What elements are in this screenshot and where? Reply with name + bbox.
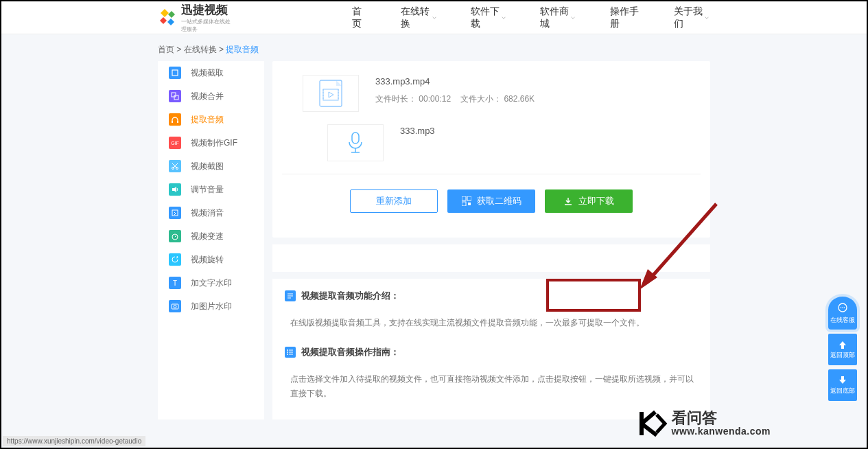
info-section: 视频提取音频功能介绍： 在线版视频提取音频工具，支持在线实现主流视频文件提取音频… (272, 279, 710, 419)
svg-point-51 (287, 354, 288, 355)
sidebar-item-volume[interactable]: 调节音量 (158, 178, 264, 201)
download-button[interactable]: 立即下载 (545, 189, 633, 213)
text-icon: T (169, 277, 181, 289)
top-nav: 首页 在线转换 软件下载 软件商城 操作手册 关于我们 (352, 5, 709, 30)
float-top-button[interactable]: 返回顶部 (828, 334, 857, 365)
crop-icon (169, 67, 181, 79)
breadcrumb-home[interactable]: 首页 (158, 45, 174, 54)
svg-rect-10 (172, 121, 173, 123)
output-file-name: 333.mp3 (400, 126, 435, 136)
logo[interactable]: 迅捷视频 一站式多媒体在线处理服务 (159, 2, 235, 33)
doc-icon (285, 290, 296, 301)
input-file-row: 333.mp3.mp4 文件时长： 00:00:12 文件大小： 682.66K (303, 75, 701, 112)
rotate-icon (169, 253, 181, 266)
qr-icon (462, 196, 471, 206)
svg-rect-20 (169, 230, 181, 242)
video-file-icon (303, 75, 359, 112)
sidebar-item-image-watermark[interactable]: 加图片水印 (158, 295, 264, 318)
svg-point-53 (841, 307, 842, 308)
svg-rect-36 (467, 196, 471, 200)
scissor-icon (169, 160, 181, 172)
svg-point-55 (844, 307, 845, 308)
info-intro-title: 视频提取音频功能介绍： (285, 290, 698, 302)
svg-rect-37 (462, 202, 466, 206)
headphone-icon (169, 113, 181, 126)
top-header: 迅捷视频 一站式多媒体在线处理服务 首页 在线转换 软件下载 软件商城 操作手册… (1, 1, 867, 34)
nav-store[interactable]: 软件商城 (540, 5, 575, 30)
action-row: 重新添加 获取二维码 立即下载 (282, 189, 701, 231)
svg-text:T: T (173, 279, 177, 287)
watermark-url: www.kanwenda.com (672, 426, 771, 437)
info-guide-body: 点击选择文件加入待提取的视频文件，也可直接拖动视频文件添加，点击提取按钮，一键提… (285, 365, 698, 408)
site-watermark: 看问答 www.kanwenda.com (636, 408, 771, 439)
nav-convert[interactable]: 在线转换 (401, 5, 436, 30)
side-float: 在线客服 返回顶部 返回底部 (828, 297, 857, 401)
speed-icon (169, 230, 181, 242)
svg-rect-25 (169, 300, 181, 312)
svg-marker-0 (161, 9, 169, 17)
logo-text: 迅捷视频 (181, 3, 228, 16)
nav-manual[interactable]: 操作手册 (610, 5, 640, 30)
breadcrumb-current: 提取音频 (226, 45, 259, 54)
sidebar-item-rotate[interactable]: 视频旋转 (158, 248, 264, 271)
chevron-down-icon (432, 15, 436, 21)
svg-rect-6 (169, 90, 181, 102)
sidebar-item-extract-audio[interactable]: 提取音频 (158, 108, 264, 131)
sidebar: 视频截取 视频合并 提取音频 GIF视频制作GIF 视频截图 调节音量 视频消音… (158, 61, 264, 419)
arrow-up-icon (837, 340, 848, 349)
sidebar-item-mute[interactable]: 视频消音 (158, 201, 264, 224)
svg-point-50 (287, 352, 288, 353)
svg-rect-4 (169, 67, 181, 79)
info-intro-body: 在线版视频提取音频工具，支持在线实现主流视频文件提取音频功能，一次最多可提取一个… (285, 309, 698, 338)
merge-icon (169, 90, 181, 102)
svg-rect-38 (468, 203, 471, 205)
breadcrumb: 首页 > 在线转换 > 提取音频 (158, 44, 710, 56)
svg-rect-32 (352, 133, 359, 143)
chevron-down-icon (571, 15, 575, 21)
sidebar-item-crop[interactable]: 视频截取 (158, 61, 264, 84)
svg-point-54 (842, 307, 843, 308)
svg-text:GIF: GIF (171, 141, 179, 146)
download-icon (563, 196, 573, 206)
svg-rect-11 (177, 121, 178, 123)
mute-icon (169, 207, 181, 219)
svg-rect-22 (169, 253, 181, 266)
readd-button[interactable]: 重新添加 (350, 189, 438, 213)
watermark-logo-icon (636, 408, 668, 439)
svg-rect-35 (462, 196, 466, 200)
main-content: 333.mp3.mp4 文件时长： 00:00:12 文件大小： 682.66K (272, 61, 710, 419)
ad-placeholder (272, 244, 710, 272)
nav-home[interactable]: 首页 (352, 5, 367, 30)
info-guide-title: 视频提取音频操作指南： (285, 346, 698, 358)
input-file-name: 333.mp3.mp4 (375, 76, 535, 87)
float-service-button[interactable]: 在线客服 (828, 297, 857, 330)
camera-icon (169, 300, 181, 312)
svg-marker-1 (168, 11, 175, 18)
svg-rect-29 (323, 89, 338, 100)
float-bottom-button[interactable]: 返回底部 (828, 369, 857, 401)
audio-file-icon (327, 124, 384, 161)
list-icon (285, 347, 296, 358)
chevron-down-icon (705, 15, 709, 21)
logo-icon (159, 8, 177, 27)
svg-marker-3 (167, 19, 174, 25)
output-file-row: 333.mp3 (327, 124, 701, 161)
volume-icon (169, 183, 181, 196)
breadcrumb-convert[interactable]: 在线转换 (184, 45, 217, 54)
logo-subtitle: 一站式多媒体在线处理服务 (181, 18, 235, 33)
watermark-title: 看问答 (672, 410, 771, 426)
qr-button[interactable]: 获取二维码 (447, 189, 535, 213)
svg-point-49 (287, 349, 288, 351)
nav-about[interactable]: 关于我们 (674, 5, 709, 30)
arrow-down-icon (837, 376, 848, 385)
status-bar-url: https://www.xunjieshipin.com/video-getau… (3, 436, 145, 446)
chat-icon (836, 302, 849, 314)
gif-icon: GIF (169, 137, 181, 149)
sidebar-item-text-watermark[interactable]: T加文字水印 (158, 271, 264, 295)
sidebar-item-merge[interactable]: 视频合并 (158, 84, 264, 108)
sidebar-item-speed[interactable]: 视频变速 (158, 224, 264, 248)
svg-marker-2 (160, 17, 167, 24)
sidebar-item-gif[interactable]: GIF视频制作GIF (158, 131, 264, 154)
nav-download[interactable]: 软件下载 (471, 5, 506, 30)
sidebar-item-screenshot[interactable]: 视频截图 (158, 154, 264, 178)
